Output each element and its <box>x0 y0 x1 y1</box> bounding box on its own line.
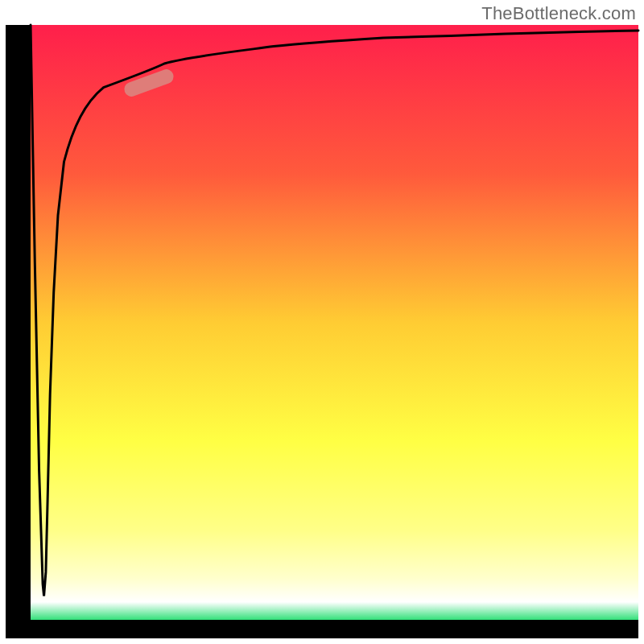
attribution-text: TheBottleneck.com <box>481 3 636 24</box>
y-axis-bar <box>6 25 31 638</box>
x-axis-bar <box>6 620 638 638</box>
plot-background <box>31 25 638 620</box>
chart-svg <box>0 0 644 644</box>
chart-root: TheBottleneck.com <box>0 0 644 644</box>
